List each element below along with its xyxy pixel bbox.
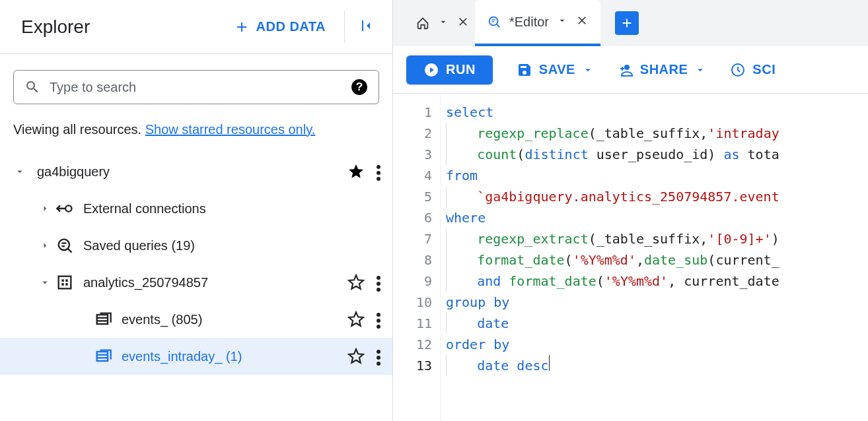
viewing-filter-text: Viewing all resources. Show starred reso… (0, 112, 392, 150)
tree-external-row[interactable]: External connections (0, 190, 392, 227)
more-menu-button[interactable] (377, 348, 380, 365)
clock-icon (730, 62, 746, 78)
show-starred-link[interactable]: Show starred resources only. (145, 122, 316, 137)
resource-tree: ga4bigquery External connections Saved q… (0, 150, 392, 375)
svg-rect-10 (65, 283, 68, 286)
share-label: SHARE (640, 62, 688, 77)
chevron-down-icon (582, 64, 594, 76)
home-tab[interactable] (404, 0, 475, 46)
line-gutter: 12345678910111213 (393, 94, 441, 421)
tree-table-intraday-row[interactable]: events_intraday_ (1) (0, 338, 392, 375)
share-button[interactable]: SHARE (618, 62, 707, 78)
chevron-down-icon (438, 16, 449, 27)
close-icon (575, 14, 589, 27)
add-data-button[interactable]: ADD DATA (226, 14, 334, 40)
code-line[interactable]: regexp_extract(_table_suffix,'[0-9]+') (446, 228, 779, 249)
search-box[interactable]: ? (13, 70, 379, 104)
tab-dropdown[interactable] (438, 16, 449, 30)
svg-point-21 (624, 65, 630, 70)
table-events-label: events_ (805) (122, 312, 347, 327)
home-icon (416, 16, 430, 30)
viewing-text: Viewing all resources. (13, 122, 145, 137)
tree-saved-queries-row[interactable]: Saved queries (19) (0, 227, 392, 264)
svg-rect-11 (97, 315, 108, 324)
svg-rect-7 (61, 279, 64, 282)
dataset-icon (55, 273, 74, 292)
svg-rect-8 (65, 279, 68, 282)
tree-project-row[interactable]: ga4bigquery (0, 153, 392, 190)
external-label: External connections (83, 201, 380, 216)
share-person-icon (618, 62, 633, 78)
table-stack-icon (94, 310, 112, 329)
svg-rect-18 (491, 19, 495, 20)
code-line[interactable]: group by (446, 292, 779, 313)
more-menu-button[interactable] (377, 311, 380, 328)
run-label: RUN (446, 62, 476, 77)
search-icon (24, 79, 40, 95)
code-line[interactable]: and format_date('%Y%m%d', current_date (446, 271, 779, 292)
star-outline-icon[interactable] (347, 311, 365, 328)
code-line[interactable]: order by (446, 334, 779, 355)
collapse-left-icon (358, 18, 374, 34)
new-tab-button[interactable] (615, 11, 639, 35)
close-tab-button[interactable] (456, 15, 470, 31)
query-toolbar: RUN SAVE SHARE SCI (393, 46, 868, 94)
chevron-down-icon (694, 64, 706, 76)
star-outline-icon[interactable] (347, 348, 365, 365)
saved-queries-label: Saved queries (19) (83, 238, 380, 253)
expand-toggle[interactable] (34, 203, 55, 214)
code-line[interactable]: `ga4bigquery.analytics_250794857.event (446, 186, 779, 207)
table-intraday-label: events_intraday_ (1) (122, 349, 347, 364)
svg-rect-4 (61, 242, 66, 243)
tab-dropdown[interactable] (557, 15, 567, 28)
expand-toggle[interactable] (9, 166, 30, 178)
search-input[interactable] (50, 80, 342, 95)
plus-icon (620, 16, 634, 30)
code-line[interactable]: date desc (446, 355, 779, 376)
code-line[interactable]: regexp_replace(_table_suffix,'intraday (446, 123, 779, 144)
close-tab-button[interactable] (575, 14, 589, 30)
expand-toggle[interactable] (34, 276, 55, 288)
code-line[interactable]: from (446, 165, 779, 186)
explorer-title: Explorer (21, 16, 226, 38)
search-container: ? (0, 54, 392, 112)
star-outline-icon[interactable] (347, 274, 365, 291)
svg-rect-5 (61, 245, 65, 247)
code-line[interactable]: select (446, 102, 779, 123)
play-circle-icon (423, 62, 439, 78)
svg-point-17 (489, 17, 498, 26)
code-line[interactable]: count(distinct user_pseudo_id) as tota (446, 144, 779, 165)
svg-point-3 (59, 240, 69, 250)
code-line[interactable]: where (446, 207, 779, 228)
schedule-button[interactable]: SCI (730, 62, 776, 78)
chevron-down-icon (14, 166, 26, 178)
code-area[interactable]: select regexp_replace(_table_suffix,'int… (441, 94, 779, 421)
add-data-label: ADD DATA (256, 19, 326, 34)
save-button[interactable]: SAVE (517, 62, 594, 78)
collapse-sidebar-button[interactable] (353, 13, 379, 42)
editor-tab-title: *Editor (509, 15, 549, 30)
help-icon[interactable]: ? (351, 79, 368, 96)
svg-rect-6 (59, 276, 71, 289)
star-filled-icon[interactable] (347, 163, 365, 180)
editor-tab[interactable]: *Editor (475, 0, 600, 46)
chevron-down-icon (39, 276, 51, 288)
code-editor[interactable]: 12345678910111213 select regexp_replace(… (393, 94, 868, 421)
code-line[interactable]: date (446, 313, 779, 334)
chevron-right-icon (39, 240, 51, 251)
save-label: SAVE (539, 62, 575, 77)
tree-dataset-row[interactable]: analytics_250794857 (0, 264, 392, 301)
explorer-sidebar: Explorer ADD DATA ? Viewing all resource… (0, 0, 393, 421)
close-icon (456, 15, 470, 28)
tree-table-events-row[interactable]: events_ (805) (0, 301, 392, 338)
chevron-down-icon (557, 15, 567, 26)
more-menu-button[interactable] (377, 163, 380, 180)
more-menu-button[interactable] (377, 274, 380, 291)
svg-rect-14 (97, 352, 108, 361)
main-area: *Editor RUN SAVE SHARE SCI 1234567891011 (393, 0, 868, 421)
run-button[interactable]: RUN (406, 55, 493, 84)
dataset-label: analytics_250794857 (83, 275, 347, 290)
code-line[interactable]: format_date('%Y%m%d',date_sub(current_ (446, 249, 779, 271)
expand-toggle[interactable] (34, 240, 55, 251)
plus-icon (234, 19, 250, 35)
